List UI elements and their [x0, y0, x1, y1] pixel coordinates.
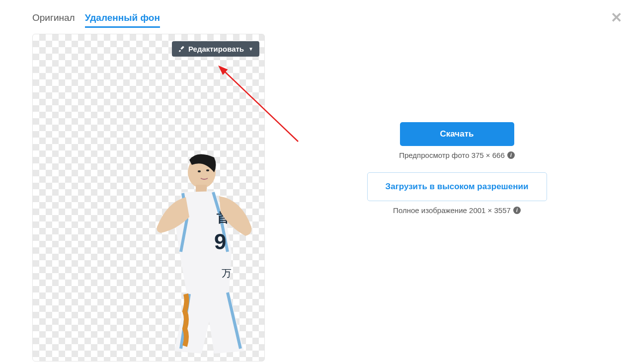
brush-icon — [178, 45, 185, 53]
right-panel: Скачать Предпросмотр фото 375 × 666 i За… — [311, 12, 603, 364]
caret-down-icon: ▼ — [248, 46, 253, 52]
tab-removed-bg[interactable]: Удаленный фон — [85, 12, 160, 28]
left-panel: Оригинал Удаленный фон Редактировать ▼ — [32, 12, 311, 364]
svg-point-1 — [198, 170, 201, 172]
edit-button-label: Редактировать — [188, 45, 244, 53]
info-icon[interactable]: i — [513, 207, 521, 214]
tabs: Оригинал Удаленный фон — [32, 12, 311, 28]
edit-button[interactable]: Редактировать ▼ — [172, 41, 259, 57]
preview-size-label: Предпросмотр фото 375 × 666 i — [399, 151, 515, 159]
svg-text:万: 万 — [222, 268, 232, 279]
info-icon[interactable]: i — [507, 151, 515, 159]
subject-cutout: 首钢 9 万 — [92, 152, 265, 361]
download-button[interactable]: Скачать — [400, 122, 514, 146]
full-size-label: Полное изображение 2001 × 3557 i — [393, 206, 521, 215]
close-icon[interactable]: ✕ — [611, 11, 622, 25]
svg-point-2 — [206, 169, 209, 171]
image-preview: Редактировать ▼ 首钢 — [32, 34, 265, 362]
high-quality-button[interactable]: Загрузить в высоком разрешении — [367, 172, 547, 201]
tab-original[interactable]: Оригинал — [32, 12, 75, 28]
svg-text:9: 9 — [214, 229, 226, 254]
